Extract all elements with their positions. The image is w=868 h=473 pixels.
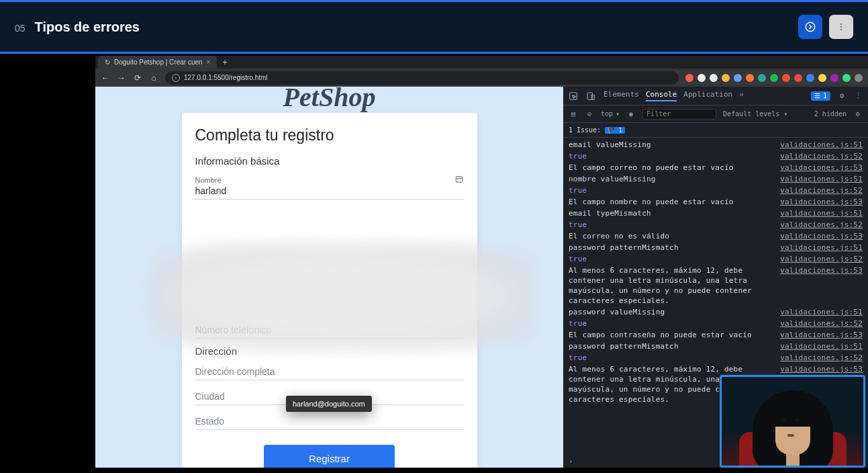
phone-field[interactable]: Número teléfonico [195,320,464,339]
tab-console[interactable]: Console [646,90,677,101]
name-field[interactable]: Nombre harland [195,172,464,200]
console-line: password valueMissingvalidaciones.js:51 [563,306,868,318]
extension-icon[interactable] [734,74,742,82]
console-filter-input[interactable]: Filter [642,109,716,120]
console-source-link[interactable]: validaciones.js:51 [775,243,863,253]
autofill-suggestion[interactable]: harland@doguito.com [286,396,372,412]
console-line: El correo no es válidovalidaciones.js:53 [563,230,868,242]
console-source-link[interactable]: validaciones.js:53 [775,330,863,340]
state-field[interactable]: Estado [195,412,464,430]
more-button[interactable] [829,15,853,39]
extension-icon[interactable] [685,74,693,82]
svg-point-2 [840,26,842,28]
state-placeholder: Estado [195,416,464,427]
extension-icon[interactable] [697,74,706,82]
section-address: Dirección [195,345,464,357]
settings-icon[interactable]: ⚙ [837,91,847,101]
next-button[interactable] [798,15,822,39]
tabs-bar: ↻ Doguito Petshop | Crear cuen × + [95,56,868,69]
console-source-link[interactable]: validaciones.js:52 [775,353,863,363]
extension-icon[interactable] [758,74,766,82]
console-message: password valueMissing [569,307,775,317]
console-source-link[interactable]: validaciones.js:53 [775,231,863,241]
extension-icon[interactable] [842,74,851,82]
url-field[interactable]: i 127.0.0.1:5500/registro.html [165,71,679,85]
errors-badge[interactable]: ☰ 1 [811,91,830,101]
console-line: truevalidaciones.js:52 [563,185,868,196]
svg-rect-6 [570,92,577,99]
console-source-link[interactable]: validaciones.js:52 [775,254,863,264]
console-message: email typeMismatch [569,208,775,218]
extension-icon[interactable] [770,74,778,82]
console-line: password patternMismatchvalidaciones.js:… [563,341,868,352]
devtools-more-icon[interactable]: ⋮ [853,91,863,101]
address-full-field[interactable]: Dirección completa [195,362,464,380]
console-source-link[interactable]: validaciones.js:52 [775,151,863,161]
tab-application[interactable]: Application [683,90,732,101]
console-line: email typeMismatchvalidaciones.js:51 [563,208,868,219]
console-source-link[interactable]: validaciones.js:52 [775,220,863,230]
lesson-number: 05 [15,23,26,34]
browser-tab[interactable]: ↻ Doguito Petshop | Crear cuen × [98,56,217,69]
tabs-overflow-icon[interactable]: » [739,90,744,101]
live-expression-icon[interactable]: ◉ [626,110,636,119]
issues-bar[interactable]: 1 Issue: 🏴 1 [563,123,868,138]
console-line: password patternMismatchvalidaciones.js:… [563,242,868,253]
reload-icon: ↻ [105,58,110,66]
forward-button[interactable]: → [117,73,126,83]
console-message: true [569,254,775,264]
console-source-link[interactable]: validaciones.js:51 [775,307,863,317]
console-source-link[interactable]: validaciones.js:51 [775,174,863,184]
device-toggle-icon[interactable] [586,91,595,101]
console-message: true [569,151,775,161]
issues-label: 1 Issue: [569,126,601,134]
arrow-right-circle-icon [804,21,816,33]
console-source-link[interactable]: validaciones.js:53 [775,265,863,306]
context-selector[interactable]: top ▾ [601,110,620,118]
svg-point-3 [840,29,842,30]
contact-card-icon[interactable] [454,175,464,184]
extension-icon[interactable] [830,74,838,82]
tab-elements[interactable]: Elements [604,90,639,101]
home-button[interactable]: ⌂ [149,73,158,83]
hidden-count[interactable]: 2 hidden [814,110,847,118]
inspect-icon[interactable] [569,91,578,101]
console-source-link[interactable]: validaciones.js:52 [775,318,863,329]
extension-icon[interactable] [722,74,730,82]
address-full-placeholder: Dirección completa [195,366,464,377]
new-tab-button[interactable]: + [217,56,232,69]
submit-button[interactable]: Registrar [264,445,395,468]
extension-icon[interactable] [818,74,826,82]
address-bar: ← → ⟳ ⌂ i 127.0.0.1:5500/registro.html [95,69,868,87]
console-source-link[interactable]: validaciones.js:52 [775,185,863,196]
extension-icon[interactable] [855,74,863,82]
site-info-icon[interactable]: i [172,74,180,82]
console-source-link[interactable]: validaciones.js:53 [775,163,863,173]
devtools-tabs-bar: Elements Console Application » ☰ 1 ⚙ ⋮ [563,87,868,105]
svg-point-1 [840,24,842,25]
console-sidebar-icon[interactable]: ▤ [569,110,578,119]
url-text: 127.0.0.1:5500/registro.html [184,74,268,81]
back-button[interactable]: ← [101,73,110,83]
extension-icon[interactable] [782,74,790,82]
reload-button[interactable]: ⟳ [133,73,142,83]
extension-icon[interactable] [746,74,754,82]
console-source-link[interactable]: validaciones.js:51 [775,341,863,351]
console-line: truevalidaciones.js:52 [563,150,868,162]
clear-console-icon[interactable]: ⊘ [585,110,594,119]
console-source-link[interactable]: validaciones.js:51 [775,208,863,218]
extension-icon[interactable] [710,74,718,82]
log-levels-selector[interactable]: Default levels ▾ [723,110,787,118]
console-toolbar: ▤ ⊘ top ▾ ◉ Filter Default levels ▾ 2 hi… [563,105,868,123]
console-message: El correo no es válido [569,231,775,241]
lesson-title: Tipos de errores [35,19,140,35]
console-message: true [569,220,775,230]
console-line: nombre valueMissingvalidaciones.js:51 [563,173,868,185]
console-source-link[interactable]: validaciones.js:51 [775,140,863,150]
console-settings-icon[interactable]: ⚙ [853,110,863,119]
close-tab-icon[interactable]: × [207,58,211,66]
extension-icon[interactable] [794,74,802,82]
page-viewport: PetShop Completa tu registro Información… [95,87,563,468]
console-source-link[interactable]: validaciones.js:53 [775,197,863,207]
extension-icon[interactable] [806,74,814,82]
